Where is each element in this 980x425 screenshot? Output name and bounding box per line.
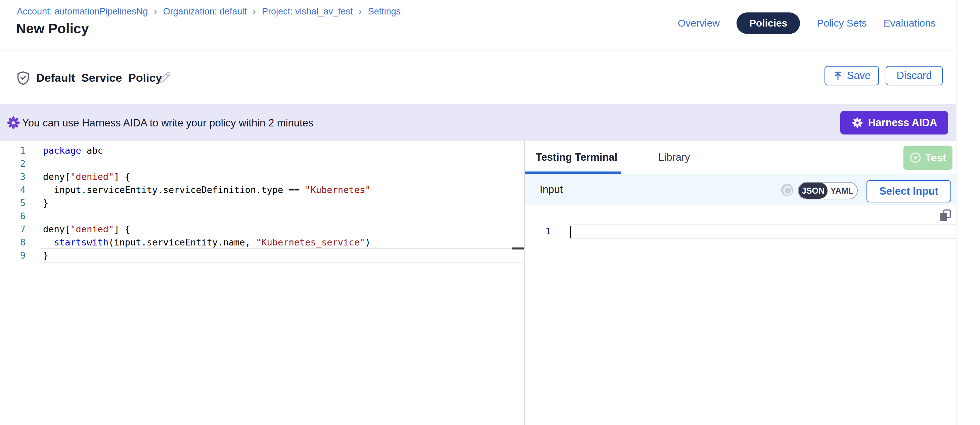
upload-icon [833,70,843,81]
breadcrumb-separator: › [359,6,362,17]
line-number: 4 [0,183,25,197]
tab-testing-terminal[interactable]: Testing Terminal [536,151,617,163]
breadcrumb-separator: › [253,6,256,17]
input-panel-title: Input [540,184,563,196]
testing-terminal-pane: Testing Terminal Library Test Input [525,141,956,425]
policy-toolbar: Default_Service_Policy Save Discard [0,51,956,104]
shield-check-icon [16,70,31,86]
tab-library[interactable]: Library [658,151,690,163]
tab-overview[interactable]: Overview [678,18,720,29]
new-policy-page: Account: automationPipelinesNg › Organiz… [0,0,980,425]
copy-icon[interactable] [938,208,953,223]
breadcrumb-settings-link[interactable]: Settings [368,6,401,17]
breadcrumb-account-link[interactable]: Account: automationPipelinesNg [17,6,148,17]
page-header: Account: automationPipelinesNg › Organiz… [0,0,956,50]
line-number: 5 [0,197,25,209]
tab-policy-sets[interactable]: Policy Sets [817,18,867,29]
code-line[interactable]: 3 deny["denied"] { [0,170,524,183]
line-number: 7 [0,222,25,236]
discard-button-label: Discard [896,70,932,82]
code-line[interactable]: 8 startswith(input.serviceEntity.name, "… [0,236,524,249]
breadcrumb-organization-link[interactable]: Organization: default [163,6,247,17]
discard-button[interactable]: Discard [886,66,943,85]
code-token [43,237,54,248]
breadcrumb: Account: automationPipelinesNg › Organiz… [17,6,401,17]
current-line-highlight [569,224,956,239]
breadcrumb-separator: › [154,6,157,17]
policy-code-editor[interactable]: 1 package abc 2 3 deny["denied"] { 4 inp… [0,141,524,425]
code-line[interactable]: 5 } [0,197,524,209]
line-number: 6 [0,209,25,222]
code-line[interactable]: 2 [0,157,524,170]
code-token: deny[ [43,224,70,234]
page-title: New Policy [16,21,89,37]
page-right-border [956,0,956,425]
harness-aida-button-label: Harness AIDA [868,117,937,129]
code-line[interactable]: 1 package abc [0,144,524,157]
code-token: package [43,145,81,156]
code-token: deny[ [43,171,70,182]
test-button[interactable]: Test [904,145,953,170]
input-panel-header: Input JSON YAML Select Input [525,174,956,205]
format-option-yaml[interactable]: YAML [827,182,856,199]
format-option-json[interactable]: JSON [799,182,827,199]
code-token: input.serviceEntity.serviceDefinition.ty… [43,185,305,195]
input-editor[interactable]: 1 [525,205,956,425]
code-line[interactable]: 9 } [0,249,524,262]
harness-aida-button[interactable]: Harness AIDA [840,111,948,134]
save-button[interactable]: Save [824,66,879,85]
code-token: "Kubernetes_service" [256,237,365,248]
text-cursor [570,226,571,238]
save-button-label: Save [847,70,871,82]
line-number: 2 [0,157,25,170]
line-number: 1 [0,144,25,157]
test-button-label: Test [925,152,946,164]
line-number: 9 [0,249,25,262]
code-token: (input.serviceEntity.name, [108,237,256,248]
active-tab-underline [525,171,621,174]
aida-banner-message: You can use Harness AIDA to write your p… [22,117,313,129]
tab-policies[interactable]: Policies [737,13,800,34]
line-number: 8 [0,236,25,249]
code-token: ] { [114,224,130,234]
play-circle-icon [910,152,921,164]
code-line[interactable]: 7 deny["denied"] { [0,222,524,236]
disabled-run-icon [780,182,795,197]
aida-banner: You can use Harness AIDA to write your p… [0,104,956,141]
code-token: "denied" [70,171,114,182]
line-number: 3 [0,170,25,183]
code-token: abc [81,145,103,156]
code-token: } [43,198,48,208]
breadcrumb-project-link[interactable]: Project: vishal_av_test [262,6,353,17]
code-token: startswith [54,237,109,248]
code-token: ) [365,237,371,248]
code-token: "denied" [70,224,114,234]
code-line[interactable]: 6 [0,209,524,222]
pencil-icon[interactable] [158,70,171,84]
code-token: "Kubernetes" [305,185,371,195]
select-input-button-label: Select Input [879,185,939,197]
code-token: ] { [114,171,130,182]
aida-flower-icon [6,115,21,130]
format-toggle: JSON YAML [798,182,858,200]
line-number: 1 [525,225,551,238]
policy-nav-tabs: Overview Policies Policy Sets Evaluation… [678,12,935,34]
code-line[interactable]: 4 input.serviceEntity.serviceDefinition.… [0,183,524,197]
select-input-button[interactable]: Select Input [867,180,951,203]
code-token: } [43,250,48,260]
policy-name: Default_Service_Policy [36,71,162,85]
tab-evaluations[interactable]: Evaluations [884,18,935,29]
aida-flower-icon [851,117,864,129]
